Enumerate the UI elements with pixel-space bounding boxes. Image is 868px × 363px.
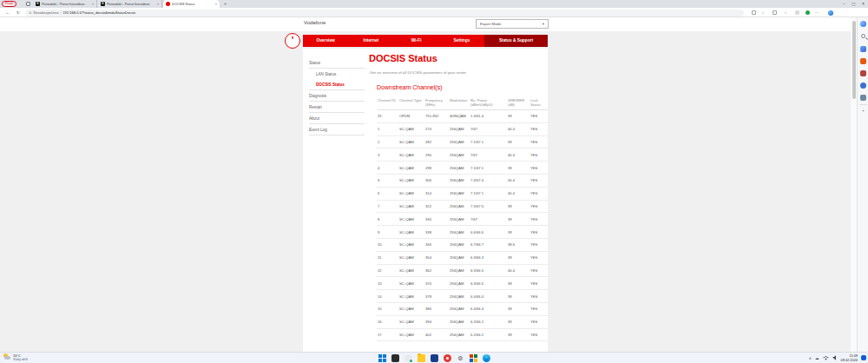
tab-close-icon[interactable]: × [157, 2, 159, 6]
tab-close-icon[interactable]: × [215, 2, 217, 6]
nav-overview[interactable]: Overview [303, 35, 348, 47]
close-button[interactable]: × [858, 0, 868, 8]
table-cell: 13 [377, 277, 398, 290]
table-cell: 16 [377, 315, 398, 328]
media-app-icon[interactable] [444, 354, 451, 362]
start-icon[interactable] [378, 354, 386, 362]
nav-status-support[interactable]: Status & Support [484, 35, 548, 47]
profile-avatar[interactable] [828, 10, 833, 16]
nav-settings[interactable]: Settings [439, 35, 484, 47]
table-cell: 39 [507, 277, 529, 290]
tab-title: Pornodukt - Porno freevideos [107, 3, 155, 6]
nav-internet[interactable]: Internet [348, 35, 393, 47]
table-cell: 386 [424, 302, 449, 315]
sidebar-item-docsis-status[interactable]: DOCSIS Status [309, 79, 365, 90]
table-cell: 256QAM [449, 264, 470, 277]
search-icon[interactable] [861, 34, 865, 38]
table-cell: YES [529, 238, 548, 251]
address-bar[interactable]: ⚠ Nezabezpečeno | 192.168.0.1/?status_do… [25, 10, 744, 16]
table-cell: 39 [507, 302, 529, 315]
volume-icon[interactable] [832, 355, 838, 360]
sidebar-item-lan-status[interactable]: LAN Status [309, 69, 365, 79]
edge-browser-icon[interactable] [483, 354, 490, 362]
table-cell: 6.2/66.2 [470, 315, 507, 328]
collections-icon[interactable] [773, 10, 777, 15]
favorites-star-icon[interactable]: ☆ [760, 10, 766, 16]
reload-icon[interactable]: ↻ [15, 8, 22, 17]
table-cell: 290 [424, 148, 449, 162]
table-row: 12SC-QAM362256QAM6.5/66.540.4YES [377, 264, 548, 277]
table-cell: YES [529, 328, 548, 341]
table-cell: 38.6 [507, 238, 529, 251]
table-cell: YES [529, 315, 548, 328]
table-row: 4SC-QAM298256QAM7.1/67.139YES [377, 162, 548, 175]
games-icon[interactable] [860, 70, 866, 76]
status-sidebar: Status LAN Status DOCSIS Status Diagnosi… [309, 57, 365, 135]
table-cell: 1 [377, 122, 398, 135]
minimize-button[interactable]: − [839, 0, 849, 8]
downstream-section-title: Downstream Channel(s) [377, 84, 442, 90]
weather-widget[interactable]: 16°C Slabý déšť [3, 353, 28, 361]
table-cell: 402 [424, 328, 449, 341]
table-cell: SC-QAM [398, 122, 424, 135]
table-cell: 256QAM [449, 162, 470, 175]
taskbar-icons: ⚙ [378, 354, 490, 362]
tray-expand-icon[interactable]: ∧ [809, 356, 812, 360]
pinned-app-icon[interactable] [431, 354, 438, 362]
sidebar-item-event-log[interactable]: Event Log [309, 124, 365, 135]
more-options-icon[interactable]: ⋯ [814, 10, 819, 16]
account-icon[interactable] [404, 354, 412, 362]
settings-gear-icon[interactable]: ⚙ [457, 354, 464, 362]
back-icon[interactable]: ← [4, 8, 11, 17]
file-explorer-icon[interactable] [418, 354, 425, 362]
site-favicon: B [36, 2, 40, 6]
browser-tab-1[interactable]: B Pornodukt - Porno freevideos × [33, 0, 97, 8]
sidebar-item-restart[interactable]: Restart [309, 102, 365, 113]
add-sidebar-app-icon[interactable]: + [858, 108, 868, 113]
table-row: 10SC-QAM346256QAM6.7/66.738.6YES [377, 238, 548, 251]
scrollbar-thumb[interactable] [852, 21, 856, 99]
shopping-icon[interactable] [860, 58, 866, 64]
sidebar-item-status[interactable]: Status [309, 57, 365, 69]
adblock-shield-icon[interactable] [806, 10, 810, 15]
table-cell: 256QAM [449, 302, 470, 315]
office-icon[interactable] [470, 354, 477, 362]
system-tray: ∧ ☁ 11:09 09.02.2024 [809, 353, 866, 362]
widgets-icon[interactable] [391, 354, 399, 362]
clock-date: 09.02.2024 [841, 358, 858, 362]
sidebar-item-diagnosis[interactable]: Diagnosis [309, 90, 365, 102]
table-cell: 39 [507, 110, 529, 123]
table-cell: YES [529, 302, 548, 315]
main-nav: Overview Internet Wi-Fi Settings Status … [303, 35, 548, 47]
maximize-button[interactable]: ▢ [849, 0, 858, 8]
nav-wifi[interactable]: Wi-Fi [394, 35, 439, 47]
drop-icon[interactable] [860, 95, 866, 101]
table-cell: YES [529, 110, 548, 123]
onedrive-cloud-icon[interactable]: ☁ [815, 356, 819, 360]
taskbar-clock[interactable]: 11:09 09.02.2024 [841, 353, 858, 362]
table-cell: YES [529, 187, 548, 200]
chevron-down-icon: ▾ [542, 22, 544, 26]
expert-mode-select[interactable]: Expert Mode ▾ [476, 19, 549, 29]
table-cell: 6.2/66.2 [470, 328, 507, 341]
browser-tab-active[interactable]: DOCSIS Status × [163, 0, 220, 8]
table-cell: 5 [377, 174, 398, 187]
more-tools-icon[interactable]: ☆ [783, 10, 788, 16]
new-tab-button[interactable]: + [222, 1, 228, 7]
m365-icon[interactable] [860, 82, 866, 89]
copilot-icon[interactable] [860, 21, 866, 27]
browser-tab-2[interactable]: B Pornodukt - Porno freevideos × [98, 0, 162, 8]
tab-group-chip[interactable]: Privát [2, 1, 16, 7]
extensions-icon[interactable] [795, 10, 799, 15]
network-wifi-icon[interactable] [823, 355, 829, 360]
split-screen-icon[interactable] [752, 10, 756, 15]
notification-bell-icon[interactable] [861, 355, 866, 360]
table-cell: YES [529, 135, 548, 148]
page-scrollbar[interactable] [851, 17, 857, 352]
designer-icon[interactable] [860, 46, 866, 52]
sidebar-item-about[interactable]: About [309, 113, 365, 124]
table-cell: 256QAM [449, 174, 470, 187]
vertical-tabs-icon[interactable] [26, 2, 30, 6]
tab-close-icon[interactable]: × [92, 2, 94, 6]
table-cell: 40.4 [507, 122, 529, 135]
